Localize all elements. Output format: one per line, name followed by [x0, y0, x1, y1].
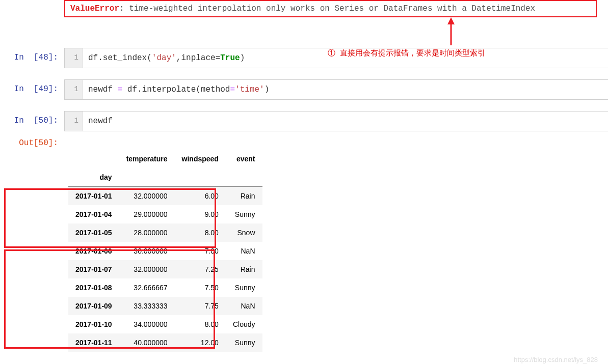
lineno-49: 1	[65, 80, 83, 99]
code-48[interactable]: df.set_index('day',inplace=True) ① 直接用会有…	[83, 48, 608, 68]
code-area-49[interactable]: 1 newdf = df.interpolate(method='time')	[64, 79, 608, 100]
cell-windspeed: 6.00	[175, 187, 226, 206]
table-row: 2017-01-0132.0000006.00Rain	[68, 187, 262, 206]
cell-event: Rain	[226, 187, 262, 206]
svg-marker-1	[447, 17, 455, 24]
row-index: 2017-01-05	[68, 223, 119, 242]
lineno-48: 1	[65, 48, 83, 68]
cell-windspeed: 7.00	[175, 242, 226, 260]
cell-event: Snow	[226, 223, 262, 242]
cell-event: Sunny	[226, 333, 262, 352]
cell-49: In [49]: 1 newdf = df.interpolate(method…	[0, 79, 608, 100]
cell-event: Cloudy	[226, 315, 262, 333]
cell-event: Sunny	[226, 278, 262, 297]
cell-windspeed: 8.00	[175, 223, 226, 242]
cell-temperature: 40.000000	[119, 333, 175, 352]
cell-event: Rain	[226, 260, 262, 278]
lineno-50: 1	[65, 111, 83, 131]
row-index: 2017-01-07	[68, 260, 119, 278]
prompt-in-49: In [49]:	[0, 79, 64, 94]
code-area-50[interactable]: 1 newdf	[64, 111, 608, 131]
error-name: ValueError	[70, 4, 119, 13]
arrow-annotation-1	[0, 17, 608, 48]
row-index: 2017-01-06	[68, 242, 119, 260]
code-49[interactable]: newdf = df.interpolate(method='time')	[83, 80, 608, 99]
cell-windspeed: 7.25	[175, 260, 226, 278]
row-index: 2017-01-10	[68, 315, 119, 333]
table-row: 2017-01-0732.0000007.25Rain	[68, 260, 262, 278]
col-windspeed: windspeed	[175, 150, 226, 168]
row-index: 2017-01-04	[68, 205, 119, 223]
arrow-up-icon	[443, 17, 464, 48]
cell-48: In [48]: 1 df.set_index('day',inplace=Tr…	[0, 48, 608, 68]
index-name: day	[68, 168, 119, 187]
code-50[interactable]: newdf	[83, 111, 608, 131]
cell-temperature: 33.333333	[119, 297, 175, 315]
table-row: 2017-01-1140.00000012.00Sunny	[68, 333, 262, 352]
cell-temperature: 32.666667	[119, 278, 175, 297]
table-row: 2017-01-0832.6666677.50Sunny	[68, 278, 262, 297]
col-event: event	[226, 150, 262, 168]
cell-event: NaN	[226, 297, 262, 315]
cell-windspeed: 7.50	[175, 278, 226, 297]
error-msg: : time-weighted interpolation only works…	[119, 4, 535, 13]
prompt-in-48: In [48]:	[0, 48, 64, 62]
table-row: 2017-01-0630.0000007.00NaN	[68, 242, 262, 260]
dataframe-table: temperature windspeed event day 2017-01-…	[68, 150, 262, 352]
cell-temperature: 28.000000	[119, 223, 175, 242]
cell-windspeed: 12.00	[175, 333, 226, 352]
cell-event: Sunny	[226, 205, 262, 223]
watermark: https://blog.csdn.net/lys_828	[514, 356, 598, 363]
row-index: 2017-01-01	[68, 187, 119, 206]
cell-temperature: 30.000000	[119, 242, 175, 260]
cell-50: In [50]: 1 newdf	[0, 111, 608, 131]
table-row: 2017-01-0429.0000009.00Sunny	[68, 205, 262, 223]
prompt-in-50: In [50]:	[0, 111, 64, 125]
cell-windspeed: 7.75	[175, 297, 226, 315]
cell-temperature: 29.000000	[119, 205, 175, 223]
error-box: ValueError: time-weighted interpolation …	[64, 0, 597, 17]
output-area: temperature windspeed event day 2017-01-…	[0, 150, 608, 364]
table-row: 2017-01-1034.0000008.00Cloudy	[68, 315, 262, 333]
row-index: 2017-01-08	[68, 278, 119, 297]
cell-temperature: 34.000000	[119, 315, 175, 333]
cell-windspeed: 8.00	[175, 315, 226, 333]
table-row: 2017-01-0933.3333337.75NaN	[68, 297, 262, 315]
table-row: 2017-01-0528.0000008.00Snow	[68, 223, 262, 242]
cell-event: NaN	[226, 242, 262, 260]
cell-temperature: 32.000000	[119, 187, 175, 206]
row-index: 2017-01-09	[68, 297, 119, 315]
out-50: Out[50]:	[0, 133, 608, 148]
annotation-1-text: ① 直接用会有提示报错，要求是时间类型索引	[328, 48, 485, 58]
prompt-out-50: Out[50]:	[0, 133, 64, 148]
col-temperature: temperature	[119, 150, 175, 168]
code-area-48[interactable]: 1 df.set_index('day',inplace=True) ① 直接用…	[64, 48, 608, 68]
row-index: 2017-01-11	[68, 333, 119, 352]
cell-windspeed: 9.00	[175, 205, 226, 223]
cell-temperature: 32.000000	[119, 260, 175, 278]
